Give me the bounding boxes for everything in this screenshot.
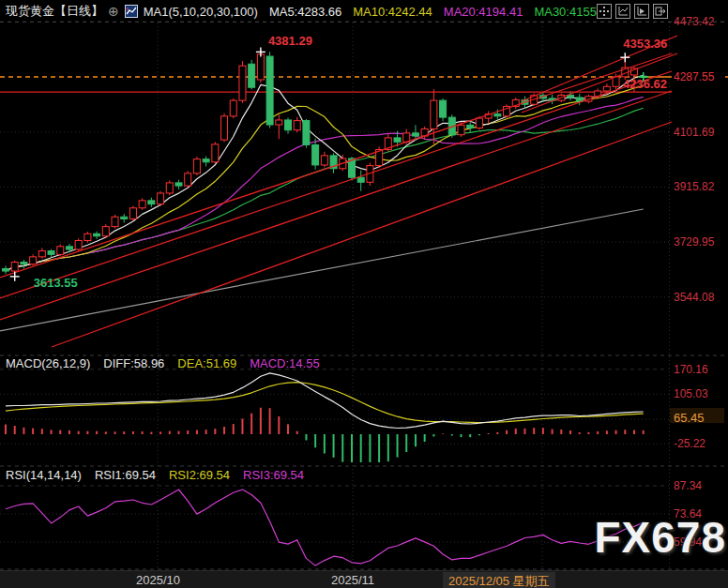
ma-settings-label[interactable]: MA1(5,10,20,30,100) <box>144 5 258 19</box>
rsi-layer <box>6 490 644 565</box>
svg-text:65.45: 65.45 <box>674 411 705 425</box>
rsi3-value: RSI3:69.54 <box>243 468 304 482</box>
month-label-nov: 2025/11 <box>331 573 374 587</box>
macd-dea-value: DEA:51.69 <box>177 356 236 370</box>
trend-lines-layer <box>0 36 677 347</box>
svg-text:3544.08: 3544.08 <box>674 291 715 304</box>
ma5-value: MA5:4283.66 <box>269 5 341 19</box>
ma10-value: MA10:4242.44 <box>353 5 432 19</box>
svg-text:4353.36: 4353.36 <box>623 37 667 51</box>
chart-play-icon[interactable] <box>634 4 649 19</box>
crosshair-move-icon[interactable] <box>597 4 612 19</box>
ma30-value: MA30:4155 <box>534 5 597 19</box>
macd-macd-value: MACD:14.55 <box>250 356 319 370</box>
rsi-legend: RSI(14,14,14) RSI1:69.54 RSI2:69.54 RSI3… <box>6 468 304 482</box>
instrument-title: 现货黄金【日线】 <box>6 3 103 20</box>
svg-text:4381.29: 4381.29 <box>268 34 312 48</box>
month-label-oct: 2025/10 <box>136 573 180 587</box>
chart-axis-icon[interactable] <box>615 4 630 19</box>
expand-icon[interactable]: ⊕ <box>108 4 119 19</box>
svg-text:87.34: 87.34 <box>674 479 702 492</box>
macd-diff-value: DIFF:58.96 <box>103 356 164 370</box>
chart-header: 现货黄金【日线】 ⊕ MA1(5,10,20,30,100) MA5:4283.… <box>0 0 728 23</box>
markers-layer: 3613.554381.294353.364236.624287.55 <box>10 34 725 289</box>
svg-text:4287.55: 4287.55 <box>674 70 715 83</box>
svg-text:105.03: 105.03 <box>674 387 708 400</box>
current-date-label: 2025/12/05 星期五 <box>443 572 555 588</box>
grid-layer: 4473.424101.693915.823729.953544.08170.1… <box>0 15 728 569</box>
macd-layer <box>6 373 644 462</box>
rsi2-value: RSI2:69.54 <box>169 468 230 482</box>
window-arrow-icon[interactable] <box>653 4 668 19</box>
macd-legend: MACD(26,12,9) DIFF:58.96 DEA:51.69 MACD:… <box>6 356 320 370</box>
svg-text:4101.69: 4101.69 <box>674 126 715 139</box>
chart-app: 4473.424101.693915.823729.953544.08170.1… <box>0 0 728 588</box>
ma20-value: MA20:4194.41 <box>444 5 523 19</box>
svg-text:-25.22: -25.22 <box>674 437 705 450</box>
rsi-params[interactable]: RSI(14,14,14) <box>6 468 82 482</box>
rsi1-value: RSI1:69.54 <box>95 468 156 482</box>
svg-text:3915.82: 3915.82 <box>674 180 715 193</box>
candles-layer <box>3 49 647 276</box>
svg-text:170.16: 170.16 <box>674 363 708 376</box>
macd-params[interactable]: MACD(26,12,9) <box>6 356 90 370</box>
kline-style-icon[interactable] <box>125 5 138 18</box>
time-axis-bar[interactable]: 2025/10 2025/11 2025/12/05 星期五 <box>0 570 728 588</box>
svg-text:3729.95: 3729.95 <box>674 235 715 249</box>
watermark-logo: FX678 <box>594 512 726 563</box>
chart-canvas[interactable]: 4473.424101.693915.823729.953544.08170.1… <box>0 0 728 588</box>
chart-toolbar <box>597 4 668 19</box>
svg-text:4236.62: 4236.62 <box>623 77 667 91</box>
svg-text:3613.55: 3613.55 <box>34 276 78 290</box>
